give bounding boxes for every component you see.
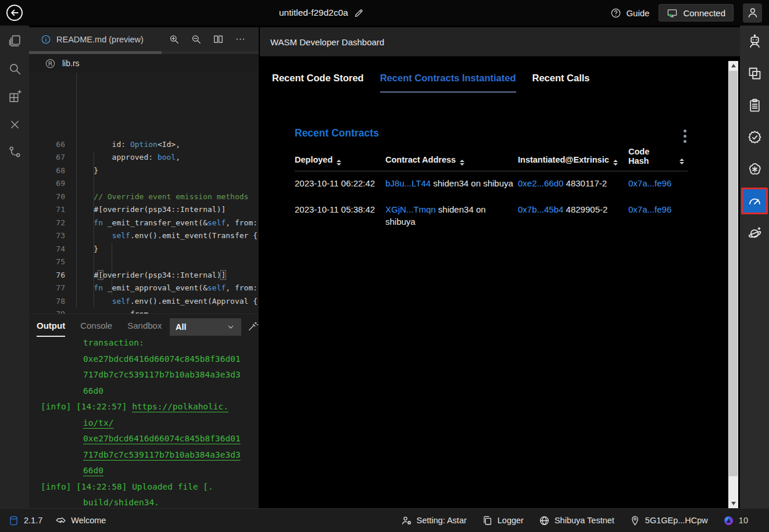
code-line: 68 } bbox=[29, 164, 259, 178]
log-link[interactable]: io/tx/ bbox=[83, 418, 113, 427]
dashboard-tab-recent-contracts-instantiated[interactable]: Recent Contracts Instantiated bbox=[380, 73, 516, 93]
panel-tab-sandbox[interactable]: Sandbox bbox=[127, 321, 162, 332]
more-menu-icon[interactable] bbox=[682, 128, 688, 144]
line-number: 69 bbox=[29, 177, 65, 190]
gauge-dashboard-icon[interactable] bbox=[741, 188, 768, 214]
dashboard-header: WASM Developer Dashboard bbox=[260, 27, 740, 56]
split-editor-icon[interactable] bbox=[213, 34, 224, 45]
back-icon[interactable] bbox=[6, 4, 23, 21]
status-item-logger[interactable]: Logger bbox=[482, 515, 524, 526]
git-branch-icon[interactable] bbox=[0, 138, 29, 166]
profile-button[interactable] bbox=[743, 3, 762, 23]
status-item-2-1-7[interactable]: 2.1.7 bbox=[8, 515, 42, 526]
code-text: #[overrider(psp34::Internal)] bbox=[76, 269, 226, 282]
code-line: 66 id: Option<Id>, bbox=[29, 138, 259, 152]
line-number: 67 bbox=[29, 151, 65, 164]
status-item-5g1gep-hcpw[interactable]: 5G1GEp...HCpw bbox=[629, 515, 708, 526]
log-line: [info] [14:22:57] https://polkaholic. bbox=[29, 399, 259, 415]
user-settings-icon bbox=[401, 515, 412, 526]
collapse-icon[interactable] bbox=[0, 110, 29, 138]
contract-address-link[interactable]: XGjN...Tmqn bbox=[385, 204, 436, 214]
openai-icon[interactable] bbox=[741, 156, 768, 182]
log-prefix: [info] [14:22:57] bbox=[41, 402, 132, 411]
log-line: [info] [14:22:58] Uploaded file [. bbox=[29, 479, 259, 495]
page-title: untitled-f29d2c0a bbox=[279, 8, 348, 18]
code-line: 76 #[overrider(psp34::Internal)] bbox=[29, 269, 259, 282]
logger-icon bbox=[482, 515, 493, 526]
edit-title-icon[interactable] bbox=[353, 8, 364, 19]
scroll-up-button[interactable] bbox=[728, 61, 738, 70]
scroll-down-button[interactable] bbox=[728, 499, 738, 508]
more-actions-icon[interactable] bbox=[235, 34, 246, 45]
rust-icon bbox=[45, 58, 56, 69]
zoom-in-icon[interactable] bbox=[169, 34, 180, 45]
zoom-out-icon[interactable] bbox=[191, 34, 202, 45]
code-text: #[overrider(psp34::Internal)] bbox=[76, 203, 226, 217]
guide-button[interactable]: Guide bbox=[610, 8, 649, 19]
robot-icon[interactable] bbox=[741, 28, 768, 55]
status-item-welcome[interactable]: Welcome bbox=[55, 515, 106, 526]
astar-icon bbox=[723, 515, 734, 526]
line-number: 79 bbox=[29, 308, 65, 314]
column-header-instantiated-extrinsic[interactable]: Instantiated@Extrinsic bbox=[518, 147, 628, 171]
search-icon[interactable] bbox=[0, 55, 29, 82]
log-line: 717db7c7c539117b7b10ab384a3e3d3 bbox=[29, 447, 259, 463]
dashboard-tab-recent-code-stored[interactable]: Recent Code Stored bbox=[272, 73, 364, 93]
scrollbar-thumb[interactable] bbox=[729, 71, 738, 476]
editor-action-icons bbox=[169, 34, 259, 45]
column-header-deployed[interactable]: Deployed bbox=[295, 147, 385, 171]
code-text: // Override event emission methods bbox=[76, 190, 248, 204]
clipboard-icon[interactable] bbox=[741, 92, 768, 118]
code-text: approved: bool, bbox=[76, 151, 180, 164]
log-link[interactable]: 717db7c7c539117b7b10ab384a3e3d3 bbox=[83, 450, 241, 459]
panel-tab-output[interactable]: Output bbox=[37, 321, 65, 332]
log-output[interactable]: transaction:0xe27bdcd6416d66074c845b8f36… bbox=[29, 335, 259, 508]
status-item-10[interactable]: 10 bbox=[723, 515, 748, 526]
log-line: io/tx/ bbox=[29, 415, 259, 432]
dashboard-tab-recent-calls[interactable]: Recent Calls bbox=[532, 73, 590, 93]
contract-address-link[interactable]: bJ8u...LT44 bbox=[385, 178, 431, 188]
preview-tab-bar: README.md (preview) bbox=[29, 27, 259, 51]
line-number: 75 bbox=[29, 256, 65, 269]
code-editor[interactable]: 66 id: Option<Id>,67 approved: bool,68 }… bbox=[29, 73, 259, 314]
log-link[interactable]: https://polkaholic. bbox=[132, 402, 228, 411]
status-item-shibuya-testnet[interactable]: Shibuya Testnet bbox=[539, 515, 614, 526]
column-header-contract-address[interactable]: Contract Address bbox=[385, 147, 518, 171]
log-link[interactable]: 66d0 bbox=[83, 466, 103, 475]
tab-lib-rs[interactable]: lib.rs bbox=[62, 59, 80, 68]
sort-icon[interactable] bbox=[460, 160, 464, 166]
column-header-code-hash[interactable]: Code Hash bbox=[628, 147, 688, 171]
connected-button[interactable]: Connected bbox=[659, 4, 734, 21]
planet-icon[interactable] bbox=[741, 220, 768, 246]
code-line: 70 // Override event emission methods bbox=[29, 190, 259, 204]
sort-icon[interactable] bbox=[613, 160, 618, 166]
extrinsic-link[interactable]: 0x7b...45b4 bbox=[518, 204, 563, 214]
status-item-setting-astar[interactable]: Setting: Astar bbox=[401, 515, 467, 526]
panel-tab-console[interactable]: Console bbox=[80, 321, 112, 332]
section-title: Recent Contracts bbox=[295, 127, 379, 139]
tab-readme-preview[interactable]: README.md (preview) bbox=[56, 35, 144, 44]
contract-address-cell: bJ8u...LT44 shiden34 on shibuya bbox=[385, 171, 518, 197]
log-text: 0xe27bdcd6416d66074c845b8f36d01 bbox=[83, 354, 241, 364]
clear-output-icon[interactable] bbox=[247, 321, 259, 332]
code-hash-link[interactable]: 0x7a...fe96 bbox=[628, 178, 671, 188]
code-line: 78 self.env().emit_event(Approval { bbox=[29, 295, 259, 308]
files-icon[interactable] bbox=[0, 27, 29, 55]
sort-icon[interactable] bbox=[679, 159, 684, 164]
status-label: Welcome bbox=[71, 516, 106, 525]
code-line: 79 from, bbox=[29, 308, 259, 314]
code-hash-link[interactable]: 0x7a...fe96 bbox=[628, 204, 671, 214]
grid-plus-icon[interactable] bbox=[0, 82, 29, 110]
log-link[interactable]: 0xe27bdcd6416d66074c845b8f36d01 bbox=[83, 434, 241, 443]
sort-icon[interactable] bbox=[337, 160, 341, 166]
log-text: build/shiden34. bbox=[83, 498, 159, 507]
certificate-badge-icon[interactable] bbox=[741, 124, 768, 150]
extrinsic-link[interactable]: 0xe2...66d0 bbox=[518, 178, 563, 188]
line-number: 77 bbox=[29, 282, 65, 295]
line-number: 72 bbox=[29, 217, 65, 230]
app-window: untitled-f29d2c0a Guide Connected bbox=[0, 0, 769, 532]
table-header: DeployedContract AddressInstantiated@Ext… bbox=[295, 147, 688, 171]
code-text: self.env().emit_event(Approval { bbox=[76, 295, 257, 308]
frames-icon[interactable] bbox=[741, 60, 768, 87]
log-filter-select[interactable]: All bbox=[170, 318, 241, 336]
